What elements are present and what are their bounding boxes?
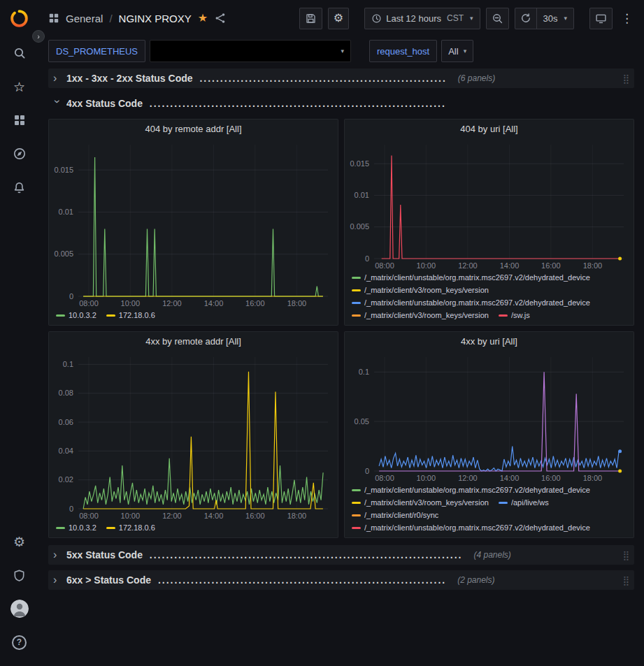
- sidebar-item-explore[interactable]: [0, 137, 38, 171]
- panel-title[interactable]: 4xx by uri [All]: [345, 332, 634, 350]
- refresh-interval-dropdown[interactable]: 30s ▾: [536, 8, 575, 29]
- row-title: 4xx Status Code ........................…: [66, 98, 446, 109]
- legend-item[interactable]: 172.18.0.6: [106, 310, 155, 321]
- svg-text:0: 0: [69, 505, 73, 513]
- svg-text:08:00: 08:00: [375, 474, 394, 482]
- kebab-menu-icon[interactable]: ⋮: [618, 11, 636, 26]
- dashboard-area: › 1xx - 3xx - 2xx Status Code ..........…: [38, 68, 644, 590]
- legend-item[interactable]: /_matrix/client/unstable/org.matrix.msc2…: [352, 522, 590, 534]
- sidebar-item-profile[interactable]: [0, 592, 38, 625]
- drag-handle-icon[interactable]: ⣿: [622, 576, 629, 585]
- legend-item[interactable]: 10.0.3.2: [56, 522, 96, 534]
- chevron-right-icon: ›: [37, 33, 40, 41]
- chevron-down-icon: ▾: [341, 48, 345, 55]
- variable-value-text: All: [448, 46, 458, 57]
- legend-series-label: 172.18.0.6: [119, 522, 155, 534]
- panel-3: 4xx by remote addr [All]00.020.040.060.0…: [48, 331, 338, 538]
- svg-text:0.05: 0.05: [355, 417, 369, 426]
- sidebar-expand-toggle[interactable]: ›: [32, 30, 45, 43]
- legend-item[interactable]: /_matrix/client/unstable/org.matrix.msc2…: [352, 272, 590, 284]
- legend-series-label: /_matrix/client/unstable/org.matrix.msc2…: [364, 522, 590, 534]
- sidebar-item-help[interactable]: ?: [0, 625, 38, 659]
- panel-chart-area[interactable]: 00.0050.010.01508:0010:0012:0014:0016:00…: [345, 138, 634, 271]
- dashboard-settings-button[interactable]: ⚙: [328, 8, 349, 29]
- panel-2: 404 by uri [All]00.0050.010.01508:0010:0…: [344, 119, 634, 326]
- legend-series-color: [352, 489, 361, 491]
- svg-text:0.1: 0.1: [359, 368, 369, 376]
- legend-item[interactable]: /sw.js: [499, 310, 530, 321]
- legend-series-color: [56, 527, 65, 529]
- panel-chart-area[interactable]: 00.0050.010.01508:0010:0012:0014:0016:00…: [49, 138, 338, 309]
- panel-chart-area[interactable]: 00.020.040.060.080.108:0010:0012:0014:00…: [49, 350, 338, 521]
- sidebar-bottom-section: ⚙ ?: [0, 525, 38, 666]
- legend-item[interactable]: /_matrix/client/unstable/org.matrix.msc2…: [352, 297, 590, 309]
- save-dashboard-button[interactable]: [299, 8, 322, 29]
- favorite-star-icon[interactable]: ★: [198, 13, 208, 24]
- sidebar-item-configuration[interactable]: ⚙: [0, 525, 38, 558]
- time-range-picker[interactable]: Last 12 hours CST ▾: [364, 8, 480, 29]
- legend-item[interactable]: 10.0.3.2: [56, 310, 96, 321]
- breadcrumb-separator: /: [109, 13, 112, 24]
- drag-handle-icon[interactable]: ⣿: [622, 74, 629, 83]
- chevron-right-icon: ›: [53, 574, 61, 586]
- variable-value-request-host[interactable]: All ▾: [441, 40, 473, 62]
- legend-item[interactable]: /_matrix/client/r0/sync: [352, 509, 438, 521]
- save-icon: [305, 13, 317, 24]
- legend-item[interactable]: /_matrix/client/unstable/org.matrix.msc2…: [352, 484, 590, 496]
- grafana-logo[interactable]: [0, 0, 38, 36]
- star-icon: ☆: [13, 80, 25, 94]
- legend-series-label: /_matrix/client/v3/room_keys/version: [364, 284, 489, 296]
- legend-item[interactable]: /_matrix/client/v3/room_keys/version: [352, 497, 489, 509]
- sidebar-item-alerting[interactable]: [0, 171, 38, 204]
- svg-text:0.015: 0.015: [54, 166, 73, 174]
- sidebar-item-server-admin[interactable]: [0, 558, 38, 592]
- legend-series-label: /sw.js: [511, 310, 530, 321]
- sidebar-item-search[interactable]: [0, 36, 38, 70]
- legend-series-color: [352, 527, 361, 529]
- panel-4: 4xx by uri [All]00.050.108:0010:0012:001…: [344, 331, 634, 538]
- svg-text:12:00: 12:00: [162, 512, 182, 520]
- panel-legend: /_matrix/client/unstable/org.matrix.msc2…: [345, 271, 634, 325]
- variable-value-ds-prometheus[interactable]: ▾: [150, 40, 351, 62]
- breadcrumb-dashboard-title[interactable]: NGINX PROXY: [119, 13, 192, 24]
- share-icon[interactable]: [214, 12, 227, 24]
- svg-text:10:00: 10:00: [121, 299, 141, 307]
- svg-text:14:00: 14:00: [204, 299, 224, 307]
- sidebar-item-dashboards[interactable]: [0, 103, 38, 137]
- panel-title[interactable]: 4xx by remote addr [All]: [49, 332, 338, 350]
- legend-series-color: [106, 527, 115, 529]
- panel-title[interactable]: 404 by uri [All]: [345, 120, 634, 138]
- variables-row: DS_PROMETHEUS ▾ request_host All ▾: [38, 36, 644, 68]
- legend-item[interactable]: 172.18.0.6: [106, 522, 155, 534]
- breadcrumb-section[interactable]: General: [66, 13, 103, 24]
- refresh-button[interactable]: [515, 8, 536, 29]
- legend-series-label: 10.0.3.2: [69, 522, 96, 534]
- legend-item[interactable]: /_matrix/client/v3/room_keys/version: [352, 310, 489, 321]
- row-6xx-status-code[interactable]: › 6xx > Status Code ....................…: [48, 570, 634, 590]
- tv-mode-button[interactable]: [589, 8, 613, 29]
- row-5xx-status-code[interactable]: › 5xx Status Code ......................…: [48, 545, 634, 565]
- legend-series-color: [352, 514, 361, 516]
- chevron-down-icon: ›: [52, 100, 63, 108]
- legend-item[interactable]: /_matrix/client/v3/room_keys/version: [352, 284, 489, 296]
- svg-text:14:00: 14:00: [500, 261, 520, 270]
- row-4xx-status-code[interactable]: › 4xx Status Code ......................…: [48, 94, 634, 113]
- grafana-flame-icon: [10, 9, 29, 28]
- svg-text:0.015: 0.015: [350, 159, 369, 168]
- svg-text:16:00: 16:00: [541, 261, 561, 270]
- zoom-out-time-button[interactable]: [486, 8, 509, 29]
- panel-legend: 10.0.3.2172.18.0.6: [49, 521, 338, 537]
- panel-chart-area[interactable]: 00.050.108:0010:0012:0014:0016:0018:00: [345, 350, 634, 484]
- panel-legend: /_matrix/client/unstable/org.matrix.msc2…: [345, 484, 634, 537]
- apps-grid-icon[interactable]: [48, 13, 59, 24]
- row-1xx-3xx-2xx-status-code[interactable]: › 1xx - 3xx - 2xx Status Code ..........…: [48, 68, 634, 88]
- legend-series-label: /api/live/ws: [511, 497, 549, 509]
- panel-title[interactable]: 404 by remote addr [All]: [49, 120, 338, 138]
- legend-item[interactable]: /api/live/ws: [499, 497, 549, 509]
- row-title: 1xx - 3xx - 2xx Status Code ............…: [66, 73, 447, 84]
- sidebar-item-starred[interactable]: ☆: [0, 70, 38, 103]
- legend-series-color: [352, 302, 361, 304]
- drag-handle-icon[interactable]: ⣿: [622, 551, 629, 560]
- svg-text:0.005: 0.005: [350, 222, 369, 231]
- svg-text:14:00: 14:00: [204, 512, 224, 520]
